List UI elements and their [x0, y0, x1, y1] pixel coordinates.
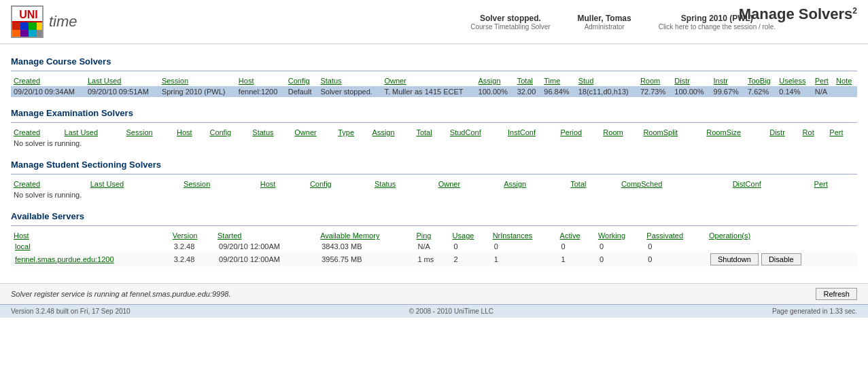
col-session[interactable]: Session: [159, 75, 236, 86]
col-created[interactable]: Created: [11, 75, 85, 86]
cell-status: Solver stopped.: [317, 86, 381, 97]
col-host[interactable]: Host: [236, 75, 285, 86]
cell-stud: 18(c11,d0,h13): [576, 86, 638, 97]
srv-host[interactable]: fennel.smas.purdue.edu:1200: [11, 252, 170, 267]
col-config[interactable]: Config: [285, 75, 318, 86]
srv-started: 09/20/10 12:00AM: [215, 241, 317, 252]
uni-text: UNI: [12, 7, 44, 22]
exam-col-owner[interactable]: Owner: [292, 127, 335, 138]
exam-col-studconf[interactable]: StudConf: [447, 127, 505, 138]
student-solvers-title: Manage Student Sectioning Solvers: [11, 160, 857, 170]
col-toobig[interactable]: TooBig: [745, 75, 776, 86]
exam-col-total[interactable]: Total: [413, 127, 447, 138]
logo-box: UNI: [11, 5, 44, 38]
srv-usage: 2: [450, 252, 490, 267]
exam-col-distr[interactable]: Distr: [767, 127, 799, 138]
exam-col-room[interactable]: Room: [600, 127, 640, 138]
col-lastused[interactable]: Last Used: [85, 75, 159, 86]
course-solvers-title: Manage Course Solvers: [11, 56, 857, 67]
exam-col-session[interactable]: Session: [123, 127, 174, 138]
footer-version: Version 3.2.48 built on Fri, 17 Sep 2010: [11, 308, 131, 315]
user-block: Muller, Tomas Administrator: [578, 14, 631, 31]
exam-col-roomsplit[interactable]: RoomSplit: [640, 127, 704, 138]
col-room[interactable]: Room: [638, 75, 672, 86]
server-row: local3.2.4809/20/10 12:00AM3843.03 MBN/A…: [11, 241, 857, 252]
ss-col-lastused[interactable]: Last Used: [88, 179, 181, 189]
srv-col-memory[interactable]: Available Memory: [317, 230, 413, 241]
srv-col-host[interactable]: Host: [11, 230, 170, 241]
exam-col-status[interactable]: Status: [249, 127, 292, 138]
ss-col-distconf[interactable]: DistConf: [730, 179, 812, 189]
ss-col-total[interactable]: Total: [568, 179, 619, 189]
shutdown-button[interactable]: Shutdown: [710, 253, 759, 265]
col-time[interactable]: Time: [541, 75, 575, 86]
cell-pert: N/A: [812, 86, 833, 97]
cell-owner: T. Muller as 1415 ECET: [381, 86, 475, 97]
exam-solvers-table: Created Last Used Session Host Config St…: [11, 127, 857, 149]
srv-col-nrinstances[interactable]: NrInstances: [490, 230, 557, 241]
srv-nrinstances: 1: [490, 252, 557, 267]
cell-distr: 100.00%: [672, 86, 710, 97]
cell-config: Default: [285, 86, 318, 97]
col-note[interactable]: Note: [833, 75, 857, 86]
disable-button[interactable]: Disable: [761, 253, 801, 265]
srv-working: 0: [595, 241, 644, 252]
ss-col-session[interactable]: Session: [181, 179, 258, 189]
user-name: Muller, Tomas: [578, 14, 631, 23]
col-instr[interactable]: Instr: [711, 75, 745, 86]
col-total[interactable]: Total: [515, 75, 542, 86]
ss-col-assign[interactable]: Assign: [501, 179, 568, 189]
header: UNI time Solver stopped. Course Timetabl…: [0, 0, 868, 44]
ss-col-owner[interactable]: Owner: [436, 179, 502, 189]
status-bar: Solver register service is running at fe…: [0, 283, 868, 304]
col-assign[interactable]: Assign: [476, 75, 515, 86]
col-useless[interactable]: Useless: [776, 75, 812, 86]
cell-created: 09/20/10 09:34AM: [11, 86, 85, 97]
srv-col-ping[interactable]: Ping: [413, 230, 449, 241]
ss-col-status[interactable]: Status: [372, 179, 436, 189]
col-stud[interactable]: Stud: [576, 75, 638, 86]
page-title: Manage Solvers2: [739, 5, 857, 23]
footer: Version 3.2.48 built on Fri, 17 Sep 2010…: [0, 304, 868, 318]
srv-started: 09/20/10 12:00AM: [215, 252, 317, 267]
exam-col-host[interactable]: Host: [174, 127, 207, 138]
student-solvers-table: Created Last Used Session Host Config St…: [11, 179, 857, 200]
available-servers-divider: [11, 225, 857, 226]
ss-col-host[interactable]: Host: [258, 179, 307, 189]
col-distr[interactable]: Distr: [672, 75, 710, 86]
ss-col-pert[interactable]: Pert: [812, 179, 857, 189]
srv-col-version[interactable]: Version: [170, 230, 215, 241]
ss-col-created[interactable]: Created: [11, 179, 88, 189]
exam-col-period[interactable]: Period: [557, 127, 600, 138]
refresh-button[interactable]: Refresh: [816, 288, 857, 300]
ss-col-compsched[interactable]: CompSched: [619, 179, 730, 189]
exam-col-roomsize[interactable]: RoomSize: [704, 127, 767, 138]
col-owner[interactable]: Owner: [381, 75, 475, 86]
exam-col-assign[interactable]: Assign: [370, 127, 414, 138]
srv-col-usage[interactable]: Usage: [450, 230, 490, 241]
srv-col-passivated[interactable]: Passivated: [644, 230, 706, 241]
status-text: Solver register service is running at fe…: [11, 290, 230, 298]
course-solver-row[interactable]: 09/20/10 09:34AM 09/20/10 09:51AM Spring…: [11, 86, 857, 97]
exam-col-config[interactable]: Config: [207, 127, 249, 138]
exam-col-pert[interactable]: Pert: [827, 127, 857, 138]
srv-col-active[interactable]: Active: [557, 230, 595, 241]
ss-col-config[interactable]: Config: [307, 179, 372, 189]
cell-time: 96.84%: [541, 86, 575, 97]
course-solvers-table: Created Last Used Session Host Config St…: [11, 75, 857, 97]
col-pert[interactable]: Pert: [812, 75, 833, 86]
srv-col-started[interactable]: Started: [215, 230, 317, 241]
exam-col-instconf[interactable]: InstConf: [505, 127, 557, 138]
srv-col-working[interactable]: Working: [595, 230, 644, 241]
col-status[interactable]: Status: [317, 75, 381, 86]
cell-session: Spring 2010 (PWL): [159, 86, 236, 97]
exam-col-created[interactable]: Created: [11, 127, 62, 138]
srv-host[interactable]: local: [11, 241, 170, 252]
logo-grid: [12, 22, 44, 37]
exam-col-lastused[interactable]: Last Used: [62, 127, 124, 138]
exam-col-rot[interactable]: Rot: [800, 127, 827, 138]
exam-col-type[interactable]: Type: [335, 127, 369, 138]
cell-host: fennel:1200: [236, 86, 285, 97]
srv-version: 3.2.48: [170, 252, 215, 267]
srv-memory: 3956.75 MB: [317, 252, 413, 267]
